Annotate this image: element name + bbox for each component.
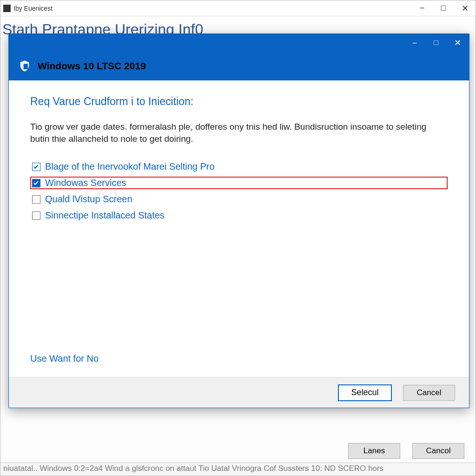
minimize-icon[interactable]: – — [404, 34, 425, 52]
option-label: Quald lVistup Screen — [45, 194, 132, 205]
shield-icon — [18, 60, 31, 73]
option-row[interactable]: Blage of the Inervookof Marei Selting Pr… — [30, 160, 448, 173]
dialog-title: Windows 10 LTSC 2019 — [38, 60, 146, 72]
close-icon[interactable]: ✕ — [447, 34, 468, 52]
close-icon[interactable]: ✕ — [454, 0, 476, 16]
dialog-window: – □ ✕ Windows 10 LTSC 2019 Req Varue Cru… — [8, 33, 469, 408]
parent-window-title: Iby Euenicest — [13, 5, 53, 12]
checkbox-icon[interactable] — [32, 163, 40, 171]
status-bar: niuatatal.. Windows 0:2=2a4 Wind a glsfc… — [0, 463, 476, 476]
option-label: Windowas Services — [45, 178, 126, 188]
option-label: Sinnectipe Installaced States — [45, 210, 165, 221]
option-row[interactable]: Sinnectipe Installaced States — [30, 209, 448, 222]
option-row[interactable]: Quald lVistup Screen — [30, 193, 448, 205]
app-icon — [3, 5, 11, 12]
cancel-button[interactable]: Cancel — [403, 385, 455, 401]
minimize-icon[interactable]: − — [411, 0, 433, 16]
lanes-button[interactable]: Lanes — [348, 443, 400, 459]
cancol-button[interactable]: Cancol — [412, 443, 464, 459]
maximize-icon[interactable]: □ — [425, 34, 447, 52]
maximize-icon[interactable]: □ — [433, 0, 454, 16]
dialog-titlebar: – □ ✕ — [9, 34, 469, 52]
checkbox-icon[interactable] — [32, 212, 40, 220]
dialog-link[interactable]: Use Want for No — [30, 353, 448, 372]
checkbox-icon[interactable] — [32, 195, 40, 204]
option-label: Blage of the Inervookof Marei Selting Pr… — [45, 161, 215, 172]
select-button[interactable]: Selecul — [338, 384, 392, 401]
dialog-instruction: Req Varue Crudform i to Iniecition: — [30, 95, 448, 108]
dialog-header: Windows 10 LTSC 2019 — [9, 52, 469, 80]
parent-titlebar: Iby Euenicest − □ ✕ — [0, 0, 476, 16]
svg-rect-0 — [24, 64, 28, 69]
dialog-buttonbar: Selecul Cancel — [9, 377, 469, 408]
dialog-description: Tio grow ver gade dates. formeralash ple… — [30, 121, 448, 145]
option-row[interactable]: Windowas Services — [30, 177, 448, 189]
checkbox-icon[interactable] — [32, 179, 40, 187]
options-list: Blage of the Inervookof Marei Selting Pr… — [30, 160, 448, 222]
